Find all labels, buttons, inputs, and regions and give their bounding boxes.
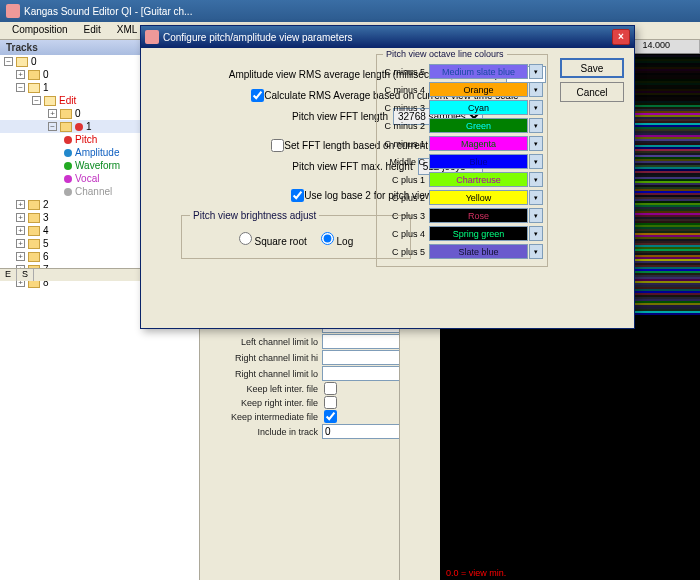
kri-checkbox[interactable]	[324, 396, 337, 409]
colour-swatch[interactable]: Medium slate blue	[429, 64, 528, 79]
colour-swatch[interactable]: Chartreuse	[429, 172, 528, 187]
expand-icon[interactable]: +	[48, 109, 57, 118]
colours-group: Pitch view octave line colours C minus 5…	[376, 54, 548, 267]
sqrt-radio[interactable]	[239, 232, 252, 245]
folder-icon	[28, 213, 40, 223]
tree-item-label: 4	[43, 225, 49, 236]
app-title: Kangas Sound Editor QI - [Guitar ch...	[24, 6, 192, 17]
expand-icon[interactable]: −	[48, 122, 57, 131]
dialog-titlebar[interactable]: Configure pitch/amplitude view parameter…	[141, 26, 634, 48]
colour-label: C minus 1	[381, 139, 429, 149]
set-fft-checkbox[interactable]	[271, 139, 284, 152]
tree-item-label: 1	[43, 82, 49, 93]
close-icon[interactable]: ×	[612, 29, 630, 45]
chevron-down-icon[interactable]: ▾	[529, 82, 543, 97]
folder-icon	[28, 226, 40, 236]
folder-icon	[16, 57, 28, 67]
tree-item-label: Channel	[75, 186, 112, 197]
rclh-input[interactable]	[322, 350, 400, 365]
colour-label: C minus 4	[381, 85, 429, 95]
iit-input[interactable]	[322, 424, 400, 439]
chevron-down-icon[interactable]: ▾	[529, 226, 543, 241]
colour-row: Middle CBlue▾	[381, 154, 543, 169]
tab-e[interactable]: E	[0, 269, 17, 281]
chevron-down-icon[interactable]: ▾	[529, 154, 543, 169]
folder-icon	[28, 239, 40, 249]
folder-icon	[28, 70, 40, 80]
colour-label: C minus 3	[381, 103, 429, 113]
chevron-down-icon[interactable]: ▾	[529, 100, 543, 115]
colour-swatch[interactable]: Magenta	[429, 136, 528, 151]
colour-row: C plus 1Chartreuse▾	[381, 172, 543, 187]
bullet-icon	[64, 162, 72, 170]
chevron-down-icon[interactable]: ▾	[529, 208, 543, 223]
colour-swatch[interactable]: Green	[429, 118, 528, 133]
tree-item-label: Waveform	[75, 160, 120, 171]
field-label: Right channel limit hi	[204, 353, 322, 363]
tree-item-label: 6	[43, 251, 49, 262]
expand-icon[interactable]: −	[16, 83, 25, 92]
chevron-down-icon[interactable]: ▾	[529, 244, 543, 259]
chevron-down-icon[interactable]: ▾	[529, 190, 543, 205]
bullet-icon	[64, 136, 72, 144]
colour-swatch[interactable]: Slate blue	[429, 244, 528, 259]
dialog-icon	[145, 30, 159, 44]
kli-checkbox[interactable]	[324, 382, 337, 395]
colours-legend: Pitch view octave line colours	[383, 49, 507, 59]
colour-swatch[interactable]: Yellow	[429, 190, 528, 205]
use-log-checkbox[interactable]	[291, 189, 304, 202]
expand-icon[interactable]: −	[32, 96, 41, 105]
field-label: Keep left inter. file	[204, 384, 322, 394]
dialog-title-text: Configure pitch/amplitude view parameter…	[163, 32, 353, 43]
colour-swatch[interactable]: Spring green	[429, 226, 528, 241]
app-icon	[6, 4, 20, 18]
tree-item-label: 2	[43, 199, 49, 210]
colour-label: C minus 2	[381, 121, 429, 131]
menu-composition[interactable]: Composition	[4, 22, 76, 39]
expand-icon[interactable]: +	[16, 213, 25, 222]
log-radio[interactable]	[321, 232, 334, 245]
tree-item-label: 0	[31, 56, 37, 67]
save-button[interactable]: Save	[560, 58, 624, 78]
expand-icon[interactable]: +	[16, 252, 25, 261]
main-titlebar: Kangas Sound Editor QI - [Guitar ch...	[0, 0, 700, 22]
expand-icon[interactable]: −	[4, 57, 13, 66]
tree-item-label: Amplitude	[75, 147, 119, 158]
calc-rms-checkbox[interactable]	[251, 89, 264, 102]
chevron-down-icon[interactable]: ▾	[529, 118, 543, 133]
tab-s[interactable]: S	[17, 269, 34, 281]
tree-item-label: 0	[43, 69, 49, 80]
menu-edit[interactable]: Edit	[76, 22, 109, 39]
expand-icon[interactable]: +	[16, 226, 25, 235]
colour-label: C plus 5	[381, 247, 429, 257]
field-label: Keep right inter. file	[204, 398, 322, 408]
chevron-down-icon[interactable]: ▾	[529, 64, 543, 79]
colour-row: C minus 5Medium slate blue▾	[381, 64, 543, 79]
expand-icon[interactable]: +	[16, 239, 25, 248]
colour-label: Middle C	[381, 157, 429, 167]
tree-item-label: Vocal	[75, 173, 99, 184]
colour-swatch[interactable]: Cyan	[429, 100, 528, 115]
tree-item-label: 5	[43, 238, 49, 249]
colour-swatch[interactable]: Orange	[429, 82, 528, 97]
colour-swatch[interactable]: Rose	[429, 208, 528, 223]
chevron-down-icon[interactable]: ▾	[529, 172, 543, 187]
expand-icon[interactable]: +	[16, 200, 25, 209]
kif-checkbox[interactable]	[324, 410, 337, 423]
configure-dialog: Configure pitch/amplitude view parameter…	[140, 25, 635, 329]
folder-icon	[44, 96, 56, 106]
field-label: Include in track	[204, 427, 322, 437]
colour-swatch[interactable]: Blue	[429, 154, 528, 169]
folder-icon	[28, 200, 40, 210]
cancel-button[interactable]: Cancel	[560, 82, 624, 102]
folder-icon	[28, 83, 40, 93]
colour-row: C minus 2Green▾	[381, 118, 543, 133]
lcll-input[interactable]	[322, 334, 400, 349]
expand-icon[interactable]: +	[16, 70, 25, 79]
colour-row: C plus 3Rose▾	[381, 208, 543, 223]
colour-label: C plus 1	[381, 175, 429, 185]
tree-item-label: Pitch	[75, 134, 97, 145]
chevron-down-icon[interactable]: ▾	[529, 136, 543, 151]
rcll-input[interactable]	[322, 366, 400, 381]
tree-item-label: 3	[43, 212, 49, 223]
